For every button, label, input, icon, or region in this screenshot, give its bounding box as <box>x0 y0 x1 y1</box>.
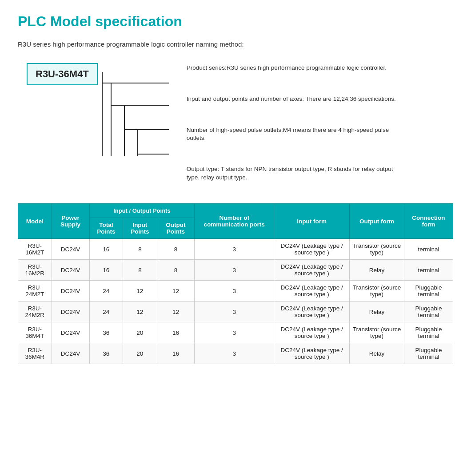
table-cell-5-6: DC24V (Leakage type / source type ) <box>274 343 350 364</box>
table-cell-0-6: DC24V (Leakage type / source type ) <box>274 239 350 260</box>
table-cell-1-0: R3U-16M2R <box>18 260 52 281</box>
page-title: PLC Model specification <box>18 13 453 30</box>
th-input-form: Input form <box>274 204 350 239</box>
table-cell-5-1: DC24V <box>52 343 89 364</box>
table-cell-0-2: 16 <box>89 239 123 260</box>
table-cell-2-6: DC24V (Leakage type / source type ) <box>274 281 350 301</box>
table-cell-5-8: Pluggable terminal <box>404 343 453 364</box>
annotation-4: Output type: T stands for NPN transistor… <box>187 165 400 182</box>
table-cell-2-5: 3 <box>195 281 274 301</box>
th-num-comms: Number of communication ports <box>195 204 274 239</box>
table-cell-0-7: Transistor (source type) <box>350 239 404 260</box>
table-cell-4-4: 16 <box>157 322 195 343</box>
table-cell-5-2: 36 <box>89 343 123 364</box>
table-cell-3-7: Relay <box>350 301 404 322</box>
table-cell-1-8: terminal <box>404 260 453 281</box>
table-cell-5-3: 20 <box>123 343 157 364</box>
spec-table: Model Power Supply Input / Output Points… <box>18 203 453 364</box>
table-row: R3U-36M4RDC24V3620163DC24V (Leakage type… <box>18 343 453 364</box>
table-cell-2-4: 12 <box>157 281 195 301</box>
table-cell-0-8: terminal <box>404 239 453 260</box>
table-cell-2-8: Pluggable terminal <box>404 281 453 301</box>
table-row: R3U-24M2RDC24V2412123DC24V (Leakage type… <box>18 301 453 322</box>
table-cell-1-2: 16 <box>89 260 123 281</box>
table-cell-1-3: 8 <box>123 260 157 281</box>
table-cell-5-5: 3 <box>195 343 274 364</box>
table-cell-3-5: 3 <box>195 301 274 322</box>
th-io-points: Input / Output Points <box>89 204 195 218</box>
table-cell-4-8: Pluggable terminal <box>404 322 453 343</box>
model-name-box: R3U-36M4T <box>27 63 98 85</box>
th-total-points: Total Points <box>89 218 123 239</box>
table-cell-2-3: 12 <box>123 281 157 301</box>
table-row: R3U-36M4TDC24V3620163DC24V (Leakage type… <box>18 322 453 343</box>
table-row: R3U-16M2TDC24V16883DC24V (Leakage type /… <box>18 239 453 260</box>
table-cell-4-0: R3U-36M4T <box>18 322 52 343</box>
table-cell-2-7: Transistor (source type) <box>350 281 404 301</box>
table-cell-0-4: 8 <box>157 239 195 260</box>
table-cell-2-0: R3U-24M2T <box>18 281 52 301</box>
table-cell-4-2: 36 <box>89 322 123 343</box>
table-cell-2-2: 24 <box>89 281 123 301</box>
table-cell-1-6: DC24V (Leakage type / source type ) <box>274 260 350 281</box>
th-connection-form: Connection form <box>404 204 453 239</box>
annotation-3: Number of high-speed pulse outlets:M4 me… <box>187 126 400 143</box>
table-cell-4-3: 20 <box>123 322 157 343</box>
th-power-supply: Power Supply <box>52 204 89 239</box>
table-cell-0-1: DC24V <box>52 239 89 260</box>
description-text: R3U series high performance programmable… <box>18 40 453 48</box>
table-cell-2-1: DC24V <box>52 281 89 301</box>
table-cell-3-2: 24 <box>89 301 123 322</box>
annotation-2: Input and output points and number of ax… <box>187 95 400 103</box>
th-model: Model <box>18 204 52 239</box>
th-output-points: Output Points <box>157 218 195 239</box>
table-cell-3-4: 12 <box>157 301 195 322</box>
table-cell-5-7: Relay <box>350 343 404 364</box>
table-cell-0-5: 3 <box>195 239 274 260</box>
table-cell-5-4: 16 <box>157 343 195 364</box>
diagram-lines <box>98 59 187 187</box>
table-cell-1-4: 8 <box>157 260 195 281</box>
table-cell-1-1: DC24V <box>52 260 89 281</box>
table-cell-3-1: DC24V <box>52 301 89 322</box>
table-cell-1-7: Relay <box>350 260 404 281</box>
table-row: R3U-16M2RDC24V16883DC24V (Leakage type /… <box>18 260 453 281</box>
th-output-form: Output form <box>350 204 404 239</box>
table-cell-4-1: DC24V <box>52 322 89 343</box>
annotations-list: Product series:R3U series high performan… <box>187 63 400 183</box>
table-cell-3-3: 12 <box>123 301 157 322</box>
diagram-section: R3U-36M4T Product series:R3U series high… <box>18 59 453 187</box>
table-cell-5-0: R3U-36M4R <box>18 343 52 364</box>
table-cell-4-5: 3 <box>195 322 274 343</box>
table-cell-4-7: Transistor (source type) <box>350 322 404 343</box>
table-cell-0-0: R3U-16M2T <box>18 239 52 260</box>
table-row: R3U-24M2TDC24V2412123DC24V (Leakage type… <box>18 281 453 301</box>
annotation-1: Product series:R3U series high performan… <box>187 64 400 72</box>
table-cell-0-3: 8 <box>123 239 157 260</box>
table-cell-4-6: DC24V (Leakage type / source type ) <box>274 322 350 343</box>
table-cell-3-0: R3U-24M2R <box>18 301 52 322</box>
table-cell-3-8: Pluggable terminal <box>404 301 453 322</box>
table-cell-1-5: 3 <box>195 260 274 281</box>
th-input-points: Input Points <box>123 218 157 239</box>
table-cell-3-6: DC24V (Leakage type / source type ) <box>274 301 350 322</box>
